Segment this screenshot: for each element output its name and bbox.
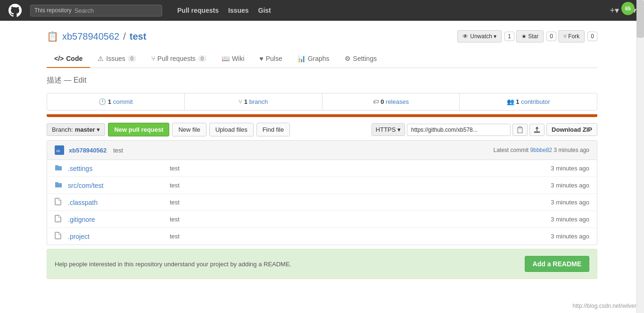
repo-icon: 📋 xyxy=(47,31,58,42)
chevron-down-icon: ▾ xyxy=(97,126,100,133)
file-table: xb xb578940562 test Latest commit 9bbbe8… xyxy=(47,140,597,245)
clone-protocol-selector[interactable]: HTTPS ▾ xyxy=(372,123,405,136)
header-nav-gist[interactable]: Gist xyxy=(258,7,271,14)
file-name: src/com/test xyxy=(68,182,162,189)
file-time: 3 minutes ago xyxy=(533,165,589,172)
file-toolbar: Branch: master ▾ New pull request New fi… xyxy=(47,123,597,136)
search-bar[interactable]: This repository xyxy=(30,5,162,17)
star-count: 0 xyxy=(546,32,556,41)
folder-icon xyxy=(55,164,64,173)
copy-url-button[interactable] xyxy=(512,124,528,136)
tabs: </> Code ⚠ Issues 0 ⑂ Pull requests 0 📖 … xyxy=(47,50,597,68)
find-file-button[interactable]: Find file xyxy=(256,123,290,136)
file-row: .settings test 3 minutes ago xyxy=(47,160,597,177)
branch-icon: ⑂ xyxy=(239,98,242,105)
clipboard-icon xyxy=(517,127,523,133)
branches-stat[interactable]: ⑂ 1 branch xyxy=(185,93,322,110)
file-icon xyxy=(55,198,64,207)
fork-button[interactable]: ⑂ Fork xyxy=(558,30,585,42)
commits-stat[interactable]: 🕐 1 commit xyxy=(47,93,185,110)
tab-graphs[interactable]: 📊 Graphs xyxy=(290,50,337,68)
header-nav-pull-requests[interactable]: Pull requests xyxy=(177,7,219,14)
file-icon xyxy=(55,232,64,241)
file-commit-msg: test xyxy=(162,165,533,172)
tab-wiki[interactable]: 📖 Wiki xyxy=(214,50,252,68)
file-commit-msg: test xyxy=(162,216,533,223)
stats-bar: 🕐 1 commit ⑂ 1 branch 🏷 0 releases 👥 1 c… xyxy=(47,93,597,110)
tab-pullrequests[interactable]: ⑂ Pull requests 0 xyxy=(144,50,214,68)
pr-icon: ⑂ xyxy=(151,55,155,62)
branch-label: Branch: xyxy=(52,126,73,133)
file-time: 3 minutes ago xyxy=(533,233,589,240)
search-scope-label: This repository xyxy=(34,7,72,14)
header-nav-issues[interactable]: Issues xyxy=(228,7,249,14)
tab-code[interactable]: </> Code xyxy=(47,50,90,68)
scrollbar[interactable] xyxy=(636,0,644,288)
commit-icon: 🕐 xyxy=(99,98,106,105)
eye-icon: 👁 xyxy=(462,33,468,40)
star-button[interactable]: ★ Star xyxy=(516,30,544,42)
pulse-icon: ♥ xyxy=(259,55,263,62)
issues-count: 0 xyxy=(128,55,136,62)
file-commit-msg: test xyxy=(162,182,533,189)
file-commit-msg: test xyxy=(162,233,533,240)
header: This repository Pull requests Issues Gis… xyxy=(0,0,644,21)
clone-url-input[interactable] xyxy=(407,124,511,136)
svg-text:xb: xb xyxy=(56,149,60,153)
file-row: src/com/test test 3 minutes ago xyxy=(47,177,597,194)
repo-owner-link[interactable]: xb578940562 xyxy=(62,31,119,42)
commit-time: 3 minutes ago xyxy=(554,147,589,153)
repo-actions: 👁 Unwatch ▾ 1 ★ Star 0 ⑂ Fork 0 xyxy=(457,30,597,42)
tab-pulse[interactable]: ♥ Pulse xyxy=(252,50,289,68)
branch-name: master xyxy=(75,126,95,133)
file-row: .project test 3 minutes ago xyxy=(47,228,597,245)
file-name: .gitignore xyxy=(68,216,162,223)
branch-selector[interactable]: Branch: master ▾ xyxy=(47,123,105,136)
file-name: .project xyxy=(68,233,162,240)
fork-count: 0 xyxy=(587,32,597,41)
file-name: .settings xyxy=(68,165,162,172)
commit-hash-link[interactable]: 9bbbe82 xyxy=(530,147,553,153)
new-file-button[interactable]: New file xyxy=(172,123,206,136)
commit-message: test xyxy=(113,147,123,154)
contributors-stat[interactable]: 👥 1 contributor xyxy=(460,93,597,110)
search-input[interactable] xyxy=(74,7,158,14)
unwatch-count: 1 xyxy=(504,32,514,41)
file-row: .classpath test 3 minutes ago xyxy=(47,194,597,211)
repo-header: 📋 xb578940562 / test 👁 Unwatch ▾ 1 ★ Sta… xyxy=(47,30,597,42)
upload-files-button[interactable]: Upload files xyxy=(209,123,254,136)
wiki-icon: 📖 xyxy=(222,55,230,62)
code-icon: </> xyxy=(54,55,64,62)
readme-banner-text: Help people interested in this repositor… xyxy=(55,261,525,268)
download-icon-button[interactable] xyxy=(529,124,545,136)
user-notification-badge[interactable]: 65 xyxy=(621,2,635,15)
main-content: 📋 xb578940562 / test 👁 Unwatch ▾ 1 ★ Sta… xyxy=(39,21,605,288)
repo-name-link[interactable]: test xyxy=(130,31,147,42)
pr-count: 0 xyxy=(198,55,206,62)
tab-issues[interactable]: ⚠ Issues 0 xyxy=(90,50,144,68)
tag-icon: 🏷 xyxy=(373,98,379,105)
commit-author-avatar: xb xyxy=(55,145,64,155)
file-commit-msg: test xyxy=(162,199,533,206)
commit-author-link[interactable]: xb578940562 xyxy=(69,147,107,154)
readme-banner: Help people interested in this repositor… xyxy=(47,249,597,279)
new-item-button[interactable]: +▾ xyxy=(610,5,619,16)
contributors-icon: 👥 xyxy=(507,98,514,105)
file-name: .classpath xyxy=(68,199,162,206)
issues-icon: ⚠ xyxy=(98,55,104,62)
repo-description: 描述 — Edit xyxy=(47,76,597,85)
file-row: .gitignore test 3 minutes ago xyxy=(47,211,597,228)
new-pull-request-button[interactable]: New pull request xyxy=(108,123,169,136)
tab-settings[interactable]: ⚙ Settings xyxy=(337,50,385,68)
desktop-icon xyxy=(534,127,540,133)
file-icon xyxy=(55,215,64,224)
download-zip-button[interactable]: Download ZIP xyxy=(546,123,597,136)
releases-stat[interactable]: 🏷 0 releases xyxy=(322,93,460,110)
file-time: 3 minutes ago xyxy=(533,199,589,206)
github-logo-icon xyxy=(8,3,23,18)
https-label: HTTPS ▾ xyxy=(376,126,401,133)
scrollbar-thumb[interactable] xyxy=(636,0,644,38)
add-readme-button[interactable]: Add a README xyxy=(525,256,589,272)
file-time: 3 minutes ago xyxy=(533,182,589,189)
unwatch-button[interactable]: 👁 Unwatch ▾ xyxy=(457,30,502,42)
